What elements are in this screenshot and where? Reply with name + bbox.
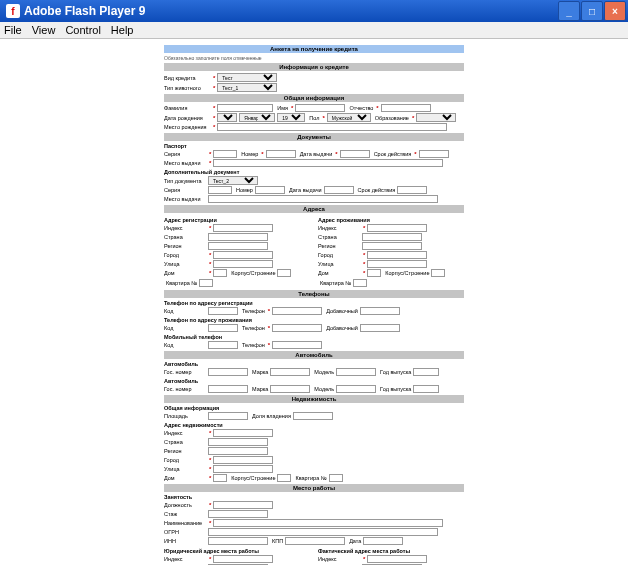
input-ned-ks[interactable] xyxy=(277,474,291,482)
input-tproz-tel[interactable] xyxy=(272,324,322,332)
input-ned-gor[interactable] xyxy=(213,456,273,464)
input-pser[interactable] xyxy=(213,150,237,158)
input-inn[interactable] xyxy=(208,537,268,545)
label-mob-tel: Телефон xyxy=(242,342,265,348)
input-proz-kv[interactable] xyxy=(353,279,367,287)
input-imya[interactable] xyxy=(295,104,345,112)
input-proz-ul[interactable] xyxy=(367,260,427,268)
input-a2-gv[interactable] xyxy=(413,385,439,393)
input-treg-dob[interactable] xyxy=(360,307,400,315)
input-a2-marka[interactable] xyxy=(270,385,310,393)
input-proz-str[interactable] xyxy=(362,233,422,241)
input-reg-ks[interactable] xyxy=(277,269,291,277)
label-a1-model: Модель xyxy=(314,369,334,375)
input-pdv[interactable] xyxy=(340,150,370,158)
input-data[interactable] xyxy=(363,537,403,545)
input-yur-idx[interactable] xyxy=(213,555,273,563)
input-dser[interactable] xyxy=(208,186,232,194)
input-ned-ul[interactable] xyxy=(213,465,273,473)
input-ddv[interactable] xyxy=(324,186,354,194)
input-a1-gos[interactable] xyxy=(208,368,248,376)
label-tproz-dob: Добавочный xyxy=(326,325,358,331)
input-pnom[interactable] xyxy=(266,150,296,158)
input-a1-model[interactable] xyxy=(336,368,376,376)
input-psd[interactable] xyxy=(419,150,449,158)
menu-file[interactable]: File xyxy=(4,24,22,36)
input-pl[interactable] xyxy=(208,412,248,420)
input-reg-ul[interactable] xyxy=(213,260,273,268)
input-a2-model[interactable] xyxy=(336,385,376,393)
input-mob-kod[interactable] xyxy=(208,341,238,349)
select-obr[interactable] xyxy=(416,113,456,122)
menu-view[interactable]: View xyxy=(32,24,56,36)
label-proz-dom: Дом xyxy=(318,270,360,276)
label-dvl: Доля владения xyxy=(252,413,291,419)
minimize-button[interactable]: _ xyxy=(558,1,580,21)
input-fam[interactable] xyxy=(217,104,273,112)
label-obr: Образование xyxy=(375,115,409,121)
input-proz-reg[interactable] xyxy=(362,242,422,250)
input-proz-gor[interactable] xyxy=(367,251,427,259)
input-ogrn[interactable] xyxy=(208,528,438,536)
input-ned-idx[interactable] xyxy=(213,429,273,437)
input-dsd[interactable] xyxy=(397,186,427,194)
input-pmv[interactable] xyxy=(213,159,443,167)
label-ned-dom: Дом xyxy=(164,475,206,481)
input-ned-kv[interactable] xyxy=(329,474,343,482)
input-fakt-idx[interactable] xyxy=(367,555,427,563)
input-ned-reg[interactable] xyxy=(208,447,268,455)
input-ned-dom[interactable] xyxy=(213,474,227,482)
input-reg-gor[interactable] xyxy=(213,251,273,259)
input-proz-dom[interactable] xyxy=(367,269,381,277)
label-a2-gv: Год выпуска xyxy=(380,386,411,392)
select-day[interactable]: 1 xyxy=(217,113,237,122)
select-year[interactable]: 197 xyxy=(277,113,305,122)
input-a1-gv[interactable] xyxy=(413,368,439,376)
input-treg-tel[interactable] xyxy=(272,307,322,315)
label-dnom: Номер xyxy=(236,187,253,193)
menu-control[interactable]: Control xyxy=(65,24,100,36)
input-reg-reg[interactable] xyxy=(208,242,268,250)
group-aproz: Адрес проживания xyxy=(318,217,464,223)
input-treg-kod[interactable] xyxy=(208,307,238,315)
input-tproz-kod[interactable] xyxy=(208,324,238,332)
input-mob-tel[interactable] xyxy=(272,341,322,349)
input-otch[interactable] xyxy=(381,104,431,112)
select-tipz[interactable]: Тест_1 xyxy=(217,83,277,92)
select-vid[interactable]: Тест xyxy=(217,73,277,82)
input-a1-marka[interactable] xyxy=(270,368,310,376)
input-a2-gos[interactable] xyxy=(208,385,248,393)
menu-help[interactable]: Help xyxy=(111,24,134,36)
maximize-button[interactable]: □ xyxy=(581,1,603,21)
select-pol[interactable]: Мужской xyxy=(327,113,371,122)
input-reg-dom[interactable] xyxy=(213,269,227,277)
close-button[interactable]: × xyxy=(604,1,626,21)
label-tproz-kod: Код xyxy=(164,325,206,331)
input-reg-kv[interactable] xyxy=(199,279,213,287)
input-mr[interactable] xyxy=(217,123,447,131)
label-tipz: Тип животного xyxy=(164,85,210,91)
label-proz-ks: Корпус/Строение xyxy=(385,270,429,276)
label-dmv: Место выдачи xyxy=(164,196,206,202)
input-staz[interactable] xyxy=(208,510,268,518)
select-tdok[interactable]: Тест_2 xyxy=(208,176,258,185)
input-proz-ks[interactable] xyxy=(431,269,445,277)
label-dsd: Срок действия xyxy=(358,187,396,193)
input-proz-idx[interactable] xyxy=(367,224,427,232)
input-ned-str[interactable] xyxy=(208,438,268,446)
header-docs: Документы xyxy=(164,133,464,141)
label-ned-ul: Улица xyxy=(164,466,206,472)
input-reg-str[interactable] xyxy=(208,233,268,241)
input-tproz-dob[interactable] xyxy=(360,324,400,332)
select-month[interactable]: Январь xyxy=(239,113,275,122)
input-dmv[interactable] xyxy=(208,195,438,203)
label-a2-marka: Марка xyxy=(252,386,268,392)
input-dnom[interactable] xyxy=(255,186,285,194)
credit-form: Анкета на получение кредита Обязательно … xyxy=(164,43,464,565)
group-areg: Адрес регистрации xyxy=(164,217,310,223)
input-kpp[interactable] xyxy=(285,537,345,545)
input-dvl[interactable] xyxy=(293,412,333,420)
input-reg-idx[interactable] xyxy=(213,224,273,232)
input-naim[interactable] xyxy=(213,519,443,527)
input-dol[interactable] xyxy=(213,501,273,509)
